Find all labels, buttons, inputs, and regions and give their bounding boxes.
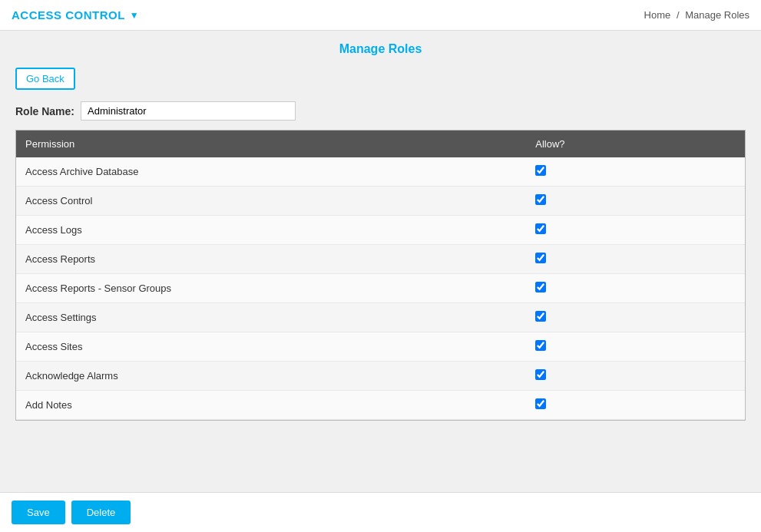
col-header-allow: Allow?	[526, 131, 745, 157]
allow-cell	[526, 362, 745, 391]
permission-name: Access Reports - Sensor Groups	[16, 274, 526, 303]
role-name-input[interactable]	[81, 101, 296, 121]
allow-checkbox[interactable]	[535, 398, 546, 409]
go-back-button[interactable]: Go Back	[15, 68, 75, 90]
allow-checkbox[interactable]	[535, 194, 546, 205]
role-name-row: Role Name:	[15, 101, 746, 121]
allow-checkbox[interactable]	[535, 311, 546, 322]
app-title[interactable]: ACCESS CONTROL	[12, 8, 125, 21]
allow-cell	[526, 332, 745, 362]
allow-cell	[526, 187, 745, 216]
allow-checkbox[interactable]	[535, 223, 546, 234]
permission-name: Access Reports	[16, 245, 526, 274]
col-header-permission: Permission	[16, 131, 526, 157]
allow-cell	[526, 391, 745, 420]
header-left: ACCESS CONTROL ▼	[12, 8, 139, 21]
breadcrumb: Home / Manage Roles	[644, 9, 749, 21]
permission-name: Access Settings	[16, 303, 526, 332]
permissions-table-wrapper: Permission Allow? Access Archive Databas…	[15, 130, 746, 421]
table-row: Access Reports	[16, 245, 745, 274]
allow-checkbox[interactable]	[535, 369, 546, 380]
table-row: Access Sites	[16, 332, 745, 362]
page-title: Manage Roles	[15, 42, 746, 56]
allow-cell	[526, 303, 745, 332]
breadcrumb-current: Manage Roles	[685, 9, 749, 21]
dropdown-icon[interactable]: ▼	[130, 10, 139, 21]
permission-name: Access Control	[16, 187, 526, 216]
allow-cell	[526, 245, 745, 274]
permission-name: Add Notes	[16, 391, 526, 420]
permissions-table-body: Access Archive DatabaseAccess ControlAcc…	[16, 157, 745, 420]
table-row: Access Logs	[16, 216, 745, 245]
table-row: Access Control	[16, 187, 745, 216]
breadcrumb-separator: /	[677, 9, 680, 21]
table-row: Acknowledge Alarms	[16, 362, 745, 391]
allow-checkbox[interactable]	[535, 282, 546, 292]
table-row: Access Reports - Sensor Groups	[16, 274, 745, 303]
allow-cell	[526, 274, 745, 303]
table-row: Access Archive Database	[16, 157, 745, 187]
breadcrumb-home[interactable]: Home	[644, 9, 671, 21]
allow-cell	[526, 216, 745, 245]
allow-cell	[526, 157, 745, 187]
main-content: Manage Roles Go Back Role Name: Permissi…	[0, 31, 761, 467]
role-name-label: Role Name:	[15, 105, 74, 117]
permission-name: Access Sites	[16, 332, 526, 362]
header: ACCESS CONTROL ▼ Home / Manage Roles	[0, 0, 761, 31]
permission-name: Acknowledge Alarms	[16, 362, 526, 391]
permission-name: Access Logs	[16, 216, 526, 245]
permission-name: Access Archive Database	[16, 157, 526, 187]
permissions-table-header: Permission Allow?	[16, 131, 745, 157]
allow-checkbox[interactable]	[535, 165, 546, 176]
permissions-rows-table: Access Archive DatabaseAccess ControlAcc…	[16, 157, 745, 420]
table-row: Access Settings	[16, 303, 745, 332]
table-row: Add Notes	[16, 391, 745, 420]
allow-checkbox[interactable]	[535, 340, 546, 351]
allow-checkbox[interactable]	[535, 253, 546, 263]
